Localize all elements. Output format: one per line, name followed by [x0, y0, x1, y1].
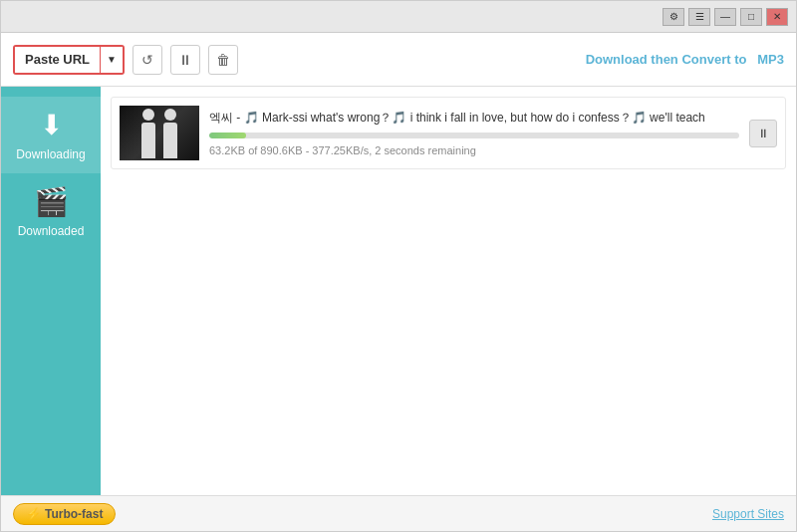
film-icon: 🎬	[34, 185, 69, 218]
turbo-fast-button[interactable]: ⚡ Turbo-fast	[13, 503, 116, 525]
minimize-button[interactable]: —	[714, 8, 736, 26]
title-bar: ⚙ ☰ — □ ✕	[1, 1, 796, 33]
download-info: 엑씨 - 🎵 Mark-ssi what's wrong？🎵 i think i…	[209, 110, 739, 156]
figure-right	[163, 123, 177, 158]
close-button[interactable]: ✕	[766, 8, 788, 26]
maximize-button[interactable]: □	[740, 8, 762, 26]
download-title: 엑씨 - 🎵 Mark-ssi what's wrong？🎵 i think i…	[209, 110, 739, 127]
maximize-icon: □	[748, 11, 754, 22]
menu-button[interactable]: ☰	[688, 8, 710, 26]
pause-all-button[interactable]: ⏸	[170, 45, 200, 75]
undo-button[interactable]: ↺	[133, 45, 162, 75]
close-icon: ✕	[773, 11, 781, 22]
progress-bar-container	[209, 133, 739, 138]
delete-icon: 🗑	[216, 52, 230, 68]
paste-url-dropdown-arrow[interactable]: ▼	[101, 47, 123, 73]
support-sites-link[interactable]: Support Sites	[712, 507, 784, 521]
progress-bar-fill	[209, 133, 246, 138]
progress-text: 63.2KB of 890.6KB - 377.25KB/s, 2 second…	[209, 144, 739, 156]
sidebar-item-downloaded-label: Downloaded	[18, 224, 85, 238]
delete-all-button[interactable]: 🗑	[208, 45, 238, 75]
minimize-icon: —	[720, 11, 730, 22]
item-pause-button[interactable]: ⏸	[749, 120, 777, 147]
thumbnail-image	[120, 106, 199, 160]
content-area: 엑씨 - 🎵 Mark-ssi what's wrong？🎵 i think i…	[101, 87, 796, 495]
sidebar-item-downloaded[interactable]: 🎬 Downloaded	[1, 173, 101, 250]
sidebar: ⬇ Downloading 🎬 Downloaded	[1, 87, 101, 495]
undo-icon: ↺	[141, 52, 153, 68]
bottom-bar: ⚡ Turbo-fast Support Sites	[1, 495, 796, 531]
download-arrow-icon: ⬇	[40, 109, 63, 141]
download-thumbnail	[120, 106, 199, 160]
paste-url-label: Paste URL	[15, 47, 101, 73]
pause-icon: ⏸	[178, 52, 192, 68]
convert-format-link[interactable]: MP3	[757, 52, 784, 67]
figure-left	[141, 123, 155, 158]
download-item: 엑씨 - 🎵 Mark-ssi what's wrong？🎵 i think i…	[111, 97, 786, 169]
main-content: ⬇ Downloading 🎬 Downloaded 엑씨 - 🎵 Mar	[1, 87, 796, 495]
turbo-label: Turbo-fast	[45, 507, 103, 521]
lightning-icon: ⚡	[26, 507, 41, 521]
convert-label: Download then Convert to MP3	[586, 52, 784, 67]
item-pause-icon: ⏸	[757, 127, 769, 140]
app-window: ⚙ ☰ — □ ✕ Paste URL ▼ ↺ ⏸ 🗑 Download th	[0, 0, 797, 532]
toolbar: Paste URL ▼ ↺ ⏸ 🗑 Download then Convert …	[1, 33, 796, 87]
paste-url-button[interactable]: Paste URL ▼	[13, 45, 125, 75]
sidebar-item-downloading-label: Downloading	[16, 147, 85, 161]
gear-icon: ⚙	[669, 11, 678, 22]
sidebar-item-downloading[interactable]: ⬇ Downloading	[1, 97, 101, 173]
gear-button[interactable]: ⚙	[663, 8, 684, 26]
menu-icon: ☰	[695, 11, 704, 22]
